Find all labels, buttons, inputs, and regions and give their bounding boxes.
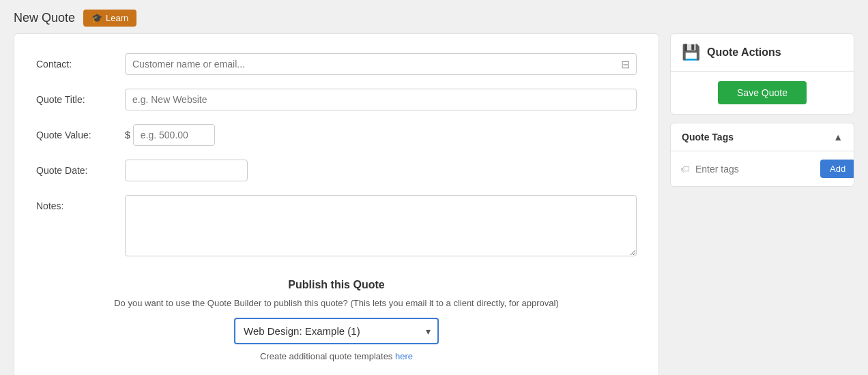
quote-tags-title: Quote Tags xyxy=(682,132,734,142)
contact-input[interactable] xyxy=(125,53,637,75)
quote-date-input[interactable] xyxy=(125,160,248,181)
notes-textarea[interactable] xyxy=(125,195,637,256)
save-quote-button[interactable]: Save Quote xyxy=(718,81,807,104)
save-disk-icon: 💾 xyxy=(682,44,700,61)
quote-title-row: Quote Title: xyxy=(36,89,637,110)
quote-actions-title: Quote Actions xyxy=(707,46,781,59)
notes-row: Notes: xyxy=(36,195,637,258)
quote-actions-header: 💾 Quote Actions xyxy=(671,34,854,72)
publish-section: Publish this Quote Do you want to use th… xyxy=(36,279,637,361)
quote-title-label: Quote Title: xyxy=(36,89,125,105)
template-select[interactable]: Web Design: Example (1) xyxy=(234,318,439,344)
tags-body: 🏷 Add xyxy=(671,151,854,186)
quote-tags-header: Quote Tags ▲ xyxy=(671,123,854,151)
quote-actions-card: 💾 Quote Actions Save Quote xyxy=(670,33,854,115)
quote-tags-card: Quote Tags ▲ 🏷 Add xyxy=(670,123,854,187)
quote-date-row: Quote Date: xyxy=(36,160,637,181)
add-tag-button[interactable]: Add xyxy=(820,160,854,178)
page-title: New Quote xyxy=(14,11,75,25)
quote-value-field: $ xyxy=(125,124,637,146)
learn-button[interactable]: 🎓 Learn xyxy=(83,10,136,27)
form-card: Contact: ⊟ Quote Title: Quote Value: $ xyxy=(14,33,659,375)
currency-symbol: $ xyxy=(125,130,130,140)
learn-icon: 🎓 xyxy=(91,13,102,23)
sidebar: 💾 Quote Actions Save Quote Quote Tags ▲ … xyxy=(670,33,854,375)
notes-field xyxy=(125,195,637,258)
quote-value-label: Quote Value: xyxy=(36,124,125,140)
publish-description: Do you want to use the Quote Builder to … xyxy=(36,298,637,308)
quote-title-field xyxy=(125,89,637,110)
page-header: New Quote 🎓 Learn xyxy=(0,0,868,33)
value-wrapper: $ xyxy=(125,124,637,146)
contact-card-icon: ⊟ xyxy=(621,58,630,71)
contact-row: Contact: ⊟ xyxy=(36,53,637,75)
chevron-up-icon: ▲ xyxy=(833,132,843,142)
quote-value-input[interactable] xyxy=(133,124,215,146)
template-select-wrapper: Web Design: Example (1) ▾ xyxy=(234,318,439,344)
tag-icon: 🏷 xyxy=(680,164,690,175)
quote-date-label: Quote Date: xyxy=(36,160,125,176)
publish-title: Publish this Quote xyxy=(36,279,637,291)
tags-input[interactable] xyxy=(695,164,815,175)
notes-label: Notes: xyxy=(36,195,125,211)
contact-field: ⊟ xyxy=(125,53,637,75)
create-templates-text: Create additional quote templates here xyxy=(36,351,637,361)
main-layout: Contact: ⊟ Quote Title: Quote Value: $ xyxy=(0,33,868,375)
create-templates-link[interactable]: here xyxy=(395,351,413,361)
quote-title-input[interactable] xyxy=(125,89,637,110)
quote-value-row: Quote Value: $ xyxy=(36,124,637,146)
quote-date-field xyxy=(125,160,637,181)
contact-label: Contact: xyxy=(36,53,125,70)
